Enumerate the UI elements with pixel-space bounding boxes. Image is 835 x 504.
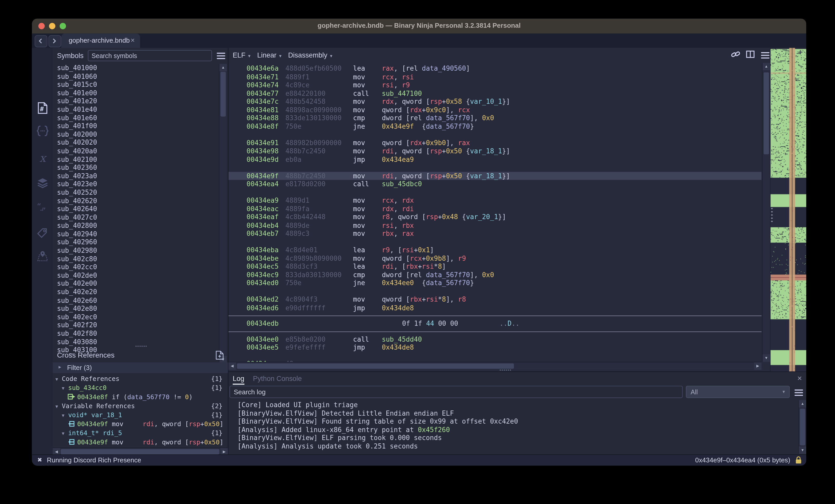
symbol-item[interactable]: sub_4027c0 — [53, 213, 228, 222]
symbol-item[interactable]: sub_4023a0 — [53, 172, 228, 180]
disassembly-hscrollbar[interactable]: ◀ ▶ — [228, 362, 761, 370]
nav-forward-button[interactable] — [48, 35, 61, 47]
disassembly-row[interactable]: 00434e7c488b542458movrdx, qword [rsp+0x5… — [228, 97, 761, 106]
sidebar-item-tags[interactable] — [37, 227, 48, 238]
xref-item[interactable]: 00434e9f mov rdi, qword [rsp+0x50] — [53, 438, 228, 447]
symbol-item[interactable]: sub_402de0 — [53, 271, 228, 279]
symbol-item[interactable]: sub_402980 — [53, 246, 228, 255]
xref-item[interactable]: 00434e8f if (data_567f70 != 0) — [53, 393, 228, 402]
symbol-item[interactable]: sub_402f80 — [53, 329, 228, 338]
log-filter-dropdown[interactable]: All ▾ — [686, 386, 790, 398]
scroll-up-icon[interactable]: ▲ — [799, 400, 806, 408]
layout-menu[interactable]: Linear▾ — [257, 51, 282, 59]
disassembly-row[interactable]: 00434eac4889famovrdx, rdi — [228, 205, 761, 213]
scroll-down-icon[interactable]: ▼ — [799, 446, 806, 454]
symbol-item[interactable]: sub_402620 — [53, 196, 228, 205]
symbol-item[interactable]: sub_402ec0 — [53, 313, 228, 321]
sidebar-item-strings[interactable]: “” — [37, 203, 48, 215]
disassembly-row[interactable]: 00434ebe4c8989b8090000movqword [rcx+0x9b… — [228, 254, 761, 262]
tab-python-console[interactable]: Python Console — [253, 375, 302, 382]
sidebar-item-symbols[interactable]: # — [37, 102, 48, 114]
nav-back-button[interactable] — [35, 35, 47, 47]
search-symbols-input[interactable] — [88, 50, 212, 61]
disassembly-row[interactable]: 00434ec9833da030130000cmpdword [rel data… — [228, 271, 761, 279]
symbol-item[interactable]: sub_401060 — [53, 72, 228, 80]
panel-splitter-grip[interactable]: •••••• — [135, 344, 147, 349]
disassembly-row[interactable]: 00434e714889f1movrcx, rsi — [228, 73, 761, 81]
symbol-item[interactable]: sub_402f20 — [53, 321, 228, 329]
scrollbar-thumb[interactable] — [61, 449, 219, 455]
disassembly-row[interactable]: 00434eba4c8d4e01lear9, [rsi+0x1] — [228, 246, 761, 254]
disassembly-row[interactable]: 00434eaf4c8b442448movr8, qword [rsp+0x48… — [228, 213, 761, 221]
scroll-down-icon[interactable]: ▼ — [762, 355, 770, 362]
symbol-item[interactable]: sub_402640 — [53, 205, 228, 213]
disassembly-row[interactable]: 00434ea94889d1movrcx, rdx — [228, 196, 761, 205]
symbol-item[interactable]: sub_401e20 — [53, 97, 228, 105]
disassembly-row[interactable]: 00434e77e884220100callsub_447100 — [228, 89, 761, 97]
xref-group[interactable]: ▾void* var_18_1{1} — [53, 411, 228, 420]
symbol-item[interactable]: sub_401f00 — [53, 122, 228, 130]
disassembly-row[interactable]: 00434e8f750ejne0x434e9f {data_567f70} — [228, 122, 761, 130]
symbol-item[interactable]: sub_402960 — [53, 238, 228, 246]
variables-x-icon[interactable]: x — [39, 151, 46, 164]
disassembly-data-row[interactable]: 00434edb0f 1f 44 00 00..D.. — [228, 319, 761, 328]
disassembly-row[interactable]: 00434e6a488d05efb60500learax, [rel data_… — [228, 64, 761, 73]
symbol-item[interactable]: sub_401e40 — [53, 105, 228, 113]
scrollbar-thumb[interactable] — [800, 409, 805, 445]
scroll-right-icon[interactable]: ▶ — [754, 362, 761, 370]
disassembly-row[interactable]: 00434e9deb0ajmp0x434ea9 — [228, 155, 761, 163]
disassembly-row[interactable]: 00434e9f488b7c2450movrdi, qword [rsp+0x5… — [228, 172, 761, 180]
symbols-scrollbar[interactable]: ▲ ▼ — [219, 64, 227, 363]
disassembly-row[interactable]: 00434eb74889c3movrbx, rax — [228, 229, 761, 238]
disassembly-row[interactable]: 00434ea4e8178d0200callsub_45dbc0 — [228, 180, 761, 188]
symbol-item[interactable]: sub_401e60 — [53, 113, 228, 122]
scrollbar-thumb[interactable] — [221, 72, 226, 117]
log-scrollbar[interactable]: ▲ ▼ — [798, 400, 806, 454]
disassembly-vscrollbar[interactable]: ▲ ▼ — [762, 63, 770, 362]
scrollbar-thumb[interactable] — [237, 363, 514, 369]
disassembly-row[interactable]: 00434e88833de130130000cmpdword [rel data… — [228, 114, 761, 122]
titlebar[interactable]: gopher-archive.bndb — Binary Ninja Perso… — [32, 19, 806, 34]
symbol-item[interactable]: sub_402520 — [53, 188, 228, 196]
symbol-item[interactable]: sub_401e00 — [53, 89, 228, 97]
symbol-item[interactable]: sub_402cc0 — [53, 263, 228, 271]
symbol-item[interactable]: sub_402100 — [53, 155, 228, 163]
sidebar-item-stack[interactable] — [37, 177, 48, 189]
search-log-input[interactable] — [229, 386, 683, 398]
close-icon[interactable]: × — [797, 374, 802, 382]
tab-close-icon[interactable]: × — [130, 36, 135, 44]
scroll-up-icon[interactable]: ▲ — [219, 64, 227, 71]
symbol-item[interactable]: sub_402e80 — [53, 304, 228, 313]
disassembly-row[interactable]: 00434ee0e85b8e0200callsub_45dd40 — [228, 335, 761, 343]
scrollbar-thumb[interactable] — [763, 72, 769, 154]
xrefs-filter-row[interactable]: ▸ Filter (3) — [53, 362, 228, 373]
lock-icon[interactable] — [795, 456, 802, 465]
caret-down-icon[interactable]: ▾ — [55, 402, 62, 411]
new-pane-icon[interactable] — [216, 351, 224, 362]
link-icon[interactable] — [731, 50, 740, 60]
split-view-icon[interactable] — [746, 50, 755, 60]
sidebar-item-memory-map[interactable] — [37, 251, 48, 262]
scroll-left-icon[interactable]: ◀ — [228, 362, 236, 370]
caret-down-icon[interactable]: ▾ — [55, 375, 62, 383]
tab-log[interactable]: Log — [233, 375, 244, 382]
caret-down-icon[interactable]: ▾ — [62, 411, 68, 420]
xref-group[interactable]: ▾int64_t* rdi_5{1} — [53, 429, 228, 438]
xref-group[interactable]: ▾sub_434cc0{1} — [53, 383, 228, 393]
symbol-item[interactable]: sub_402e60 — [53, 296, 228, 304]
symbol-item[interactable]: sub_402020 — [53, 139, 228, 147]
log-menu-icon[interactable] — [795, 388, 803, 397]
symbol-item[interactable]: sub_402800 — [53, 222, 228, 230]
view-menu-icon[interactable] — [761, 50, 770, 60]
symbol-item[interactable]: sub_402000 — [53, 130, 228, 139]
disassembly-row[interactable]: 00434ee5e9fefeffffjmp0x434de8 — [228, 343, 761, 352]
symbol-item[interactable]: sub_4015c0 — [53, 80, 228, 89]
xref-item[interactable]: 00434e9f mov rdi, qword [rsp+0x50] — [53, 420, 228, 429]
disassembly-row[interactable]: 00434e744c89cemovrsi, r9 — [228, 81, 761, 89]
sidebar-item-types[interactable] — [37, 125, 48, 137]
caret-down-icon[interactable]: ▾ — [62, 383, 68, 393]
scroll-up-icon[interactable]: ▲ — [762, 63, 770, 70]
tab-gopher-archive[interactable]: gopher-archive.bndb × — [61, 34, 140, 48]
symbol-item[interactable]: sub_4020a0 — [53, 147, 228, 155]
symbol-item[interactable]: sub_402c80 — [53, 255, 228, 263]
